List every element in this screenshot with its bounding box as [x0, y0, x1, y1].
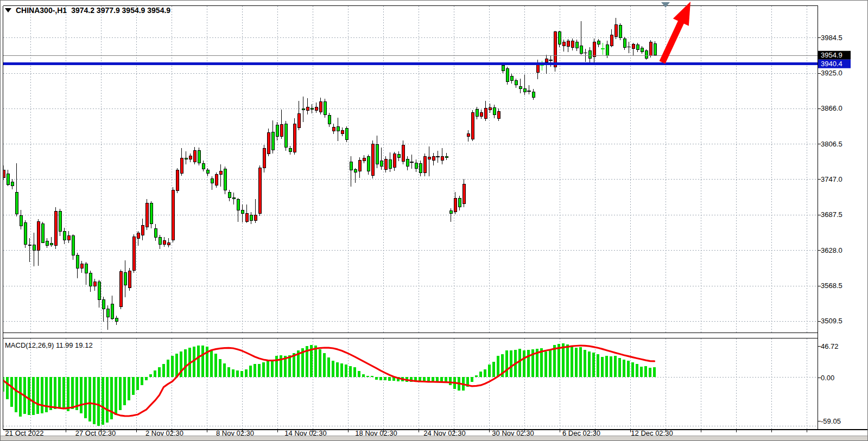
- ohlc-values: 3974.2 3977.9 3954.9 3954.9: [71, 6, 170, 15]
- trend-arrow-head[interactable]: [673, 2, 690, 26]
- price-axis[interactable]: [818, 1, 868, 429]
- axis-ticks: [31, 38, 821, 432]
- macd-signal-line: [3, 346, 655, 416]
- window-bottom-edge: [1, 436, 867, 440]
- trend-arrow-shaft[interactable]: [662, 20, 682, 62]
- gridlines: [3, 6, 818, 430]
- symbol-dropdown-caret-icon[interactable]: [5, 8, 11, 12]
- macd-histogram: [2, 343, 656, 426]
- indicator-label: MACD(12,26,9) 11.99 19.12: [5, 341, 93, 349]
- symbol-period-label: CHINA300-,H1: [16, 6, 67, 15]
- chart-title-row: CHINA300-,H1 3974.2 3977.9 3954.9 3954.9: [5, 6, 170, 15]
- chart-canvas[interactable]: 3984.53925.03866.03806.53747.03687.53628…: [1, 1, 868, 441]
- chart-window: 3984.53925.03866.03806.53747.03687.53628…: [0, 0, 868, 441]
- scroll-end-marker-icon[interactable]: [661, 2, 670, 8]
- pane-borders: [3, 6, 868, 430]
